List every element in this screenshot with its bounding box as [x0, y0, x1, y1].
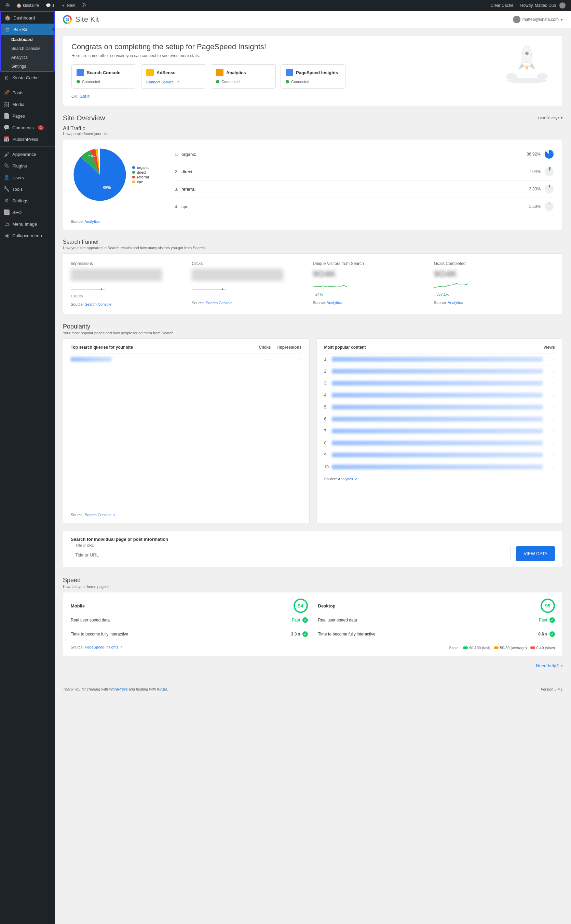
posts-icon: 📌	[3, 90, 9, 96]
sitekit-logo: G Site Kit	[63, 15, 99, 24]
service-icon	[216, 69, 224, 76]
check-icon	[77, 80, 80, 83]
funnel-title: Search Funnel	[63, 239, 563, 245]
sparkline	[192, 282, 239, 290]
clear-cache[interactable]: Clear Cache	[488, 0, 516, 11]
plugins-icon: 🔌	[3, 163, 9, 169]
sitekit-header: G Site Kit matteo@kinsta.com ▾	[55, 11, 571, 28]
service-icon	[146, 69, 154, 76]
wp-version: Version 5.4.1	[541, 687, 563, 691]
traffic-row: 2.direct7.04%	[173, 163, 555, 181]
appearance-icon: 🖌	[3, 151, 9, 157]
sidebar-item-kinsta[interactable]: KKinsta Cache	[0, 72, 55, 83]
traffic-row: 1.organic86.92%	[173, 145, 555, 163]
traffic-card: 88%7.1% organicdirectreferralcpc 1.organ…	[63, 139, 563, 230]
submenu-item[interactable]: Dashboard	[1, 35, 54, 44]
sidebar-item-settings[interactable]: ⚙Settings	[0, 195, 55, 207]
congrats-title: Congrats on completing the setup for Pag…	[71, 42, 489, 51]
svg-point-7	[222, 289, 223, 290]
desktop-score: 99	[540, 599, 555, 613]
sidebar-item-label: Users	[12, 175, 24, 180]
sidebar-item-label: Tools	[12, 187, 23, 192]
rocket-illustration	[500, 42, 554, 83]
sidebar-item-pages[interactable]: 📄Pages	[0, 110, 55, 122]
service-icon	[286, 69, 293, 76]
funnel-source-link[interactable]: Search Console	[85, 302, 111, 306]
sidebar-item-sitekit[interactable]: GSite Kit	[1, 23, 54, 35]
traffic-row: 4.cpc1.53%	[173, 198, 555, 215]
submenu-item[interactable]: Analytics	[1, 53, 54, 62]
traffic-row: 3.referral3.33%	[173, 181, 555, 198]
sidebar-item-posts[interactable]: 📌Posts	[0, 87, 55, 99]
sidebar-item-tools[interactable]: 🔧Tools	[0, 183, 55, 195]
ok-got-it-button[interactable]: OK, Got it!	[71, 94, 489, 99]
congrats-panel: Congrats on completing the setup for Pag…	[63, 35, 563, 106]
need-help-link[interactable]: Need help?	[536, 663, 563, 668]
overview-title: Site Overview	[63, 114, 105, 122]
sidebar-item-collapse[interactable]: ◀Collapse menu	[0, 230, 55, 241]
comments-icon: 💬	[3, 124, 9, 131]
funnel-cell: Impressions↑100%Source: Search Console	[71, 260, 192, 307]
comments-bubble[interactable]: 💬 1	[43, 0, 57, 11]
media-icon: 🖼	[3, 101, 9, 107]
connect-service-link[interactable]: Connect Service	[146, 80, 174, 84]
kinsta-link[interactable]: Kinsta	[157, 687, 167, 691]
sidebar-item-plugins[interactable]: 🔌Plugins	[0, 160, 55, 172]
service-card: AnalyticsConnected	[211, 64, 276, 88]
new-content[interactable]: ＋ New	[59, 0, 77, 11]
funnel-source-link[interactable]: Search Console	[206, 301, 232, 305]
all-traffic-title: All Traffic	[63, 125, 563, 131]
external-icon: ↗	[176, 80, 179, 84]
badge: 1	[38, 125, 44, 130]
search-heading: Search for individual page or post infor…	[71, 537, 555, 542]
sidebar-item-dashboard[interactable]: 🏠Dashboard	[1, 12, 54, 23]
content-area: G Site Kit matteo@kinsta.com ▾ Congrats …	[55, 11, 571, 924]
service-icon	[77, 69, 84, 76]
funnel-grid: Impressions↑100%Source: Search ConsoleCl…	[71, 260, 555, 307]
sidebar-item-label: Site Kit	[13, 27, 27, 32]
wp-logo[interactable]: ⓦ	[3, 0, 12, 11]
sidebar-item-seo[interactable]: 📈SEO	[0, 207, 55, 218]
sidebar-item-users[interactable]: 👤Users	[0, 172, 55, 183]
sparkline	[71, 282, 119, 290]
user-chip[interactable]: matteo@kinsta.com ▾	[513, 16, 563, 23]
wordpress-link[interactable]: WordPress	[109, 687, 128, 691]
content-row: 8.···	[324, 437, 555, 449]
admin-sidebar: 🏠DashboardGSite KitDashboardSearch Conso…	[0, 11, 55, 924]
sidebar-item-label: SEO	[12, 210, 22, 215]
page-search-input[interactable]	[71, 546, 511, 561]
tools-icon: 🔧	[3, 186, 9, 192]
source-search-console-link[interactable]: Search Console	[85, 513, 116, 517]
popularity-title: Popularity	[63, 323, 563, 330]
svg-text:7.1%: 7.1%	[88, 155, 95, 158]
content-row: 9.···	[324, 449, 555, 461]
popularity-sub: Your most popular pages and how people f…	[63, 331, 563, 335]
sidebar-item-menuimage[interactable]: 🗂Menu Image	[0, 218, 55, 230]
site-link[interactable]: 🏠 kinstalife	[14, 0, 42, 11]
sidebar-item-publishpress[interactable]: 📅PublishPress	[0, 133, 55, 145]
source-analytics-link[interactable]: Analytics	[338, 477, 357, 481]
check-icon: ✓	[549, 631, 555, 637]
dashboard-icon: 🏠	[5, 15, 11, 21]
funnel-source-link[interactable]: Analytics	[448, 300, 463, 304]
sparkline	[313, 281, 361, 289]
date-range-selector[interactable]: Last 28 days▾	[538, 116, 563, 120]
yoast-icon[interactable]: Ⓨ	[79, 0, 88, 11]
sidebar-item-appearance[interactable]: 🖌Appearance	[0, 148, 55, 160]
funnel-sub: How your site appeared in Search results…	[63, 246, 563, 250]
source-analytics-link[interactable]: Analytics	[84, 219, 99, 224]
app-title: Site Kit	[75, 15, 99, 24]
sidebar-item-comments[interactable]: 💬Comments1	[0, 122, 55, 133]
submenu-item[interactable]: Search Console	[1, 44, 54, 53]
source-psi-link[interactable]: PageSpeed Insights	[85, 645, 122, 649]
arrow-up-icon: ↑	[71, 294, 73, 298]
users-icon: 👤	[3, 175, 9, 181]
submenu-item[interactable]: Settings	[1, 62, 54, 71]
howdy-user[interactable]: Howdy, Matteo Duò	[518, 0, 569, 11]
content-row: 2.···	[324, 365, 555, 377]
view-data-button[interactable]: VIEW DATA	[516, 546, 555, 561]
arrow-up-icon: ↑	[313, 292, 315, 297]
funnel-source-link[interactable]: Analytics	[327, 300, 342, 304]
mini-pie-icon	[545, 185, 554, 193]
sidebar-item-media[interactable]: 🖼Media	[0, 99, 55, 110]
